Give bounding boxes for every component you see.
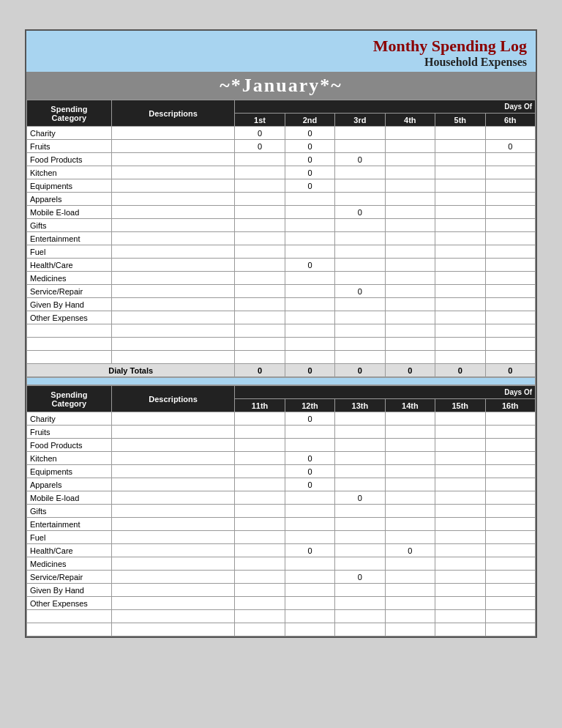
cat-cell: Food Products	[27, 439, 112, 452]
day4-cell	[385, 140, 435, 153]
table-row: Other Expenses	[27, 311, 536, 324]
cat-cell: Gifts	[27, 219, 112, 232]
table-row: Service/Repair 0	[27, 285, 536, 298]
day4-cell	[385, 452, 435, 465]
totals-row-1: Dialy Totals 0 0 0 0 0 0	[27, 364, 536, 377]
day3-cell	[335, 531, 385, 544]
day1-cell	[235, 338, 285, 351]
day2-cell	[285, 298, 334, 311]
day3-cell	[335, 452, 385, 465]
day1-cell	[235, 179, 285, 193]
day2-cell	[285, 584, 334, 597]
cat-cell: Service/Repair	[27, 285, 112, 298]
day5-cell	[435, 426, 485, 439]
day3-cell	[335, 166, 385, 179]
cat-cell: Medicines	[27, 272, 112, 285]
day3-cell	[335, 478, 385, 491]
table-row: Entertainment	[27, 232, 536, 245]
day3-cell	[335, 311, 385, 324]
day3-cell	[335, 597, 385, 610]
day3-cell	[335, 518, 385, 531]
day5-cell	[435, 232, 485, 245]
table-row: Fruits	[27, 426, 536, 439]
table-row	[27, 610, 536, 623]
day6-cell	[485, 219, 536, 232]
total-d6: 0	[485, 364, 536, 377]
day3-cell: 0	[335, 206, 385, 219]
day2-cell	[285, 518, 334, 531]
desc-cell	[111, 584, 234, 597]
day5-cell	[435, 166, 485, 179]
day2-cell	[285, 219, 334, 232]
day6-cell	[485, 505, 536, 518]
day4-cell	[385, 193, 435, 206]
header-section: Monthy Spending Log Household Expenses	[26, 31, 536, 72]
day6-cell	[485, 298, 536, 311]
day5-cell	[435, 298, 485, 311]
day3-cell	[335, 623, 385, 636]
desc-cell	[111, 232, 234, 245]
day3-cell	[335, 219, 385, 232]
header-row-top-2: Spending Category Descriptions Days Of	[27, 386, 536, 399]
day4-cell	[385, 179, 435, 193]
day2-cell	[285, 206, 334, 219]
day5-cell	[435, 439, 485, 452]
day6-cell	[485, 351, 536, 364]
cat-cell	[27, 338, 112, 351]
cat-cell: Gifts	[27, 505, 112, 518]
day4-cell	[385, 610, 435, 623]
day6-cell: 0	[485, 140, 536, 153]
desc-cell	[111, 571, 234, 584]
col-days-of-1: Days Of	[235, 100, 536, 114]
cat-cell	[27, 623, 112, 636]
table-row: Mobile E-load 0	[27, 491, 536, 505]
desc-cell	[111, 426, 234, 439]
day4-cell	[385, 557, 435, 571]
day3-cell	[335, 245, 385, 259]
day2-cell	[285, 351, 334, 364]
day1-cell	[235, 311, 285, 324]
day4-cell	[385, 571, 435, 584]
table-row: Mobile E-load 0	[27, 206, 536, 219]
day5-cell	[435, 311, 485, 324]
col-16th: 16th	[485, 399, 536, 412]
day4-cell: 0	[385, 544, 435, 557]
desc-cell	[111, 127, 234, 140]
col-descriptions-2: Descriptions	[111, 386, 234, 412]
day4-cell	[385, 351, 435, 364]
table-row: Equipments 0	[27, 465, 536, 478]
day6-cell	[485, 245, 536, 259]
day5-cell	[435, 531, 485, 544]
day1-cell	[235, 623, 285, 636]
desc-cell	[111, 557, 234, 571]
table-row: Health/Care 0	[27, 259, 536, 272]
spreadsheet-container: Monthy Spending Log Household Expenses ~…	[25, 29, 537, 638]
day6-cell	[485, 272, 536, 285]
desc-cell	[111, 311, 234, 324]
day5-cell	[435, 338, 485, 351]
day3-cell	[335, 584, 385, 597]
day4-cell	[385, 623, 435, 636]
cat-cell: Kitchen	[27, 452, 112, 465]
header-row-top-1: Spending Category Descriptions Days Of	[27, 100, 536, 114]
day3-cell	[335, 298, 385, 311]
col-descriptions-1: Descriptions	[111, 100, 234, 127]
day1-cell	[235, 505, 285, 518]
day6-cell	[485, 166, 536, 179]
day4-cell	[385, 219, 435, 232]
cat-cell: Entertainment	[27, 518, 112, 531]
table-row: Medicines	[27, 557, 536, 571]
desc-cell	[111, 544, 234, 557]
day6-cell	[485, 179, 536, 193]
table-row: Kitchen 0	[27, 452, 536, 465]
day5-cell	[435, 140, 485, 153]
day5-cell	[435, 623, 485, 636]
day4-cell	[385, 465, 435, 478]
table-row: Given By Hand	[27, 298, 536, 311]
col-2nd: 2nd	[285, 114, 334, 127]
day4-cell	[385, 298, 435, 311]
day2-cell	[285, 571, 334, 584]
day2-cell	[285, 232, 334, 245]
cat-cell: Other Expenses	[27, 597, 112, 610]
day1-cell	[235, 259, 285, 272]
